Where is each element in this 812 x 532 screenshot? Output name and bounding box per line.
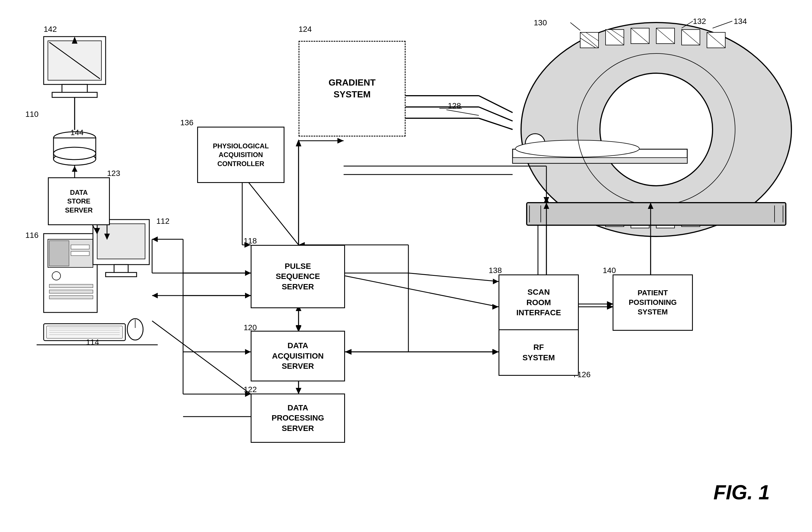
svg-line-56 bbox=[242, 175, 299, 245]
svg-marker-137 bbox=[337, 138, 344, 144]
svg-line-129 bbox=[408, 273, 498, 281]
svg-point-8 bbox=[54, 147, 96, 160]
svg-rect-9 bbox=[44, 234, 97, 312]
ref-134: 134 bbox=[734, 17, 747, 26]
ref-144: 144 bbox=[70, 128, 84, 137]
svg-marker-121 bbox=[245, 349, 251, 355]
svg-rect-88 bbox=[682, 30, 700, 45]
ref-138: 138 bbox=[489, 266, 502, 275]
svg-marker-119 bbox=[245, 270, 251, 276]
svg-marker-68 bbox=[648, 210, 653, 217]
svg-rect-10 bbox=[48, 239, 93, 267]
ref-136: 136 bbox=[180, 118, 193, 127]
svg-rect-12 bbox=[71, 245, 89, 249]
svg-line-109 bbox=[713, 21, 732, 28]
data-processing-server-box: DATAPROCESSINGSERVER bbox=[251, 394, 345, 443]
svg-rect-84 bbox=[631, 28, 649, 44]
svg-rect-81 bbox=[606, 30, 624, 45]
svg-marker-40 bbox=[245, 293, 251, 298]
svg-line-42 bbox=[152, 321, 251, 394]
data-acquisition-server-label: DATAACQUISITIONSERVER bbox=[272, 341, 324, 371]
pulse-sequence-server-box: PULSESEQUENCESERVER bbox=[251, 245, 345, 308]
connections-svg bbox=[0, 0, 812, 532]
svg-point-28 bbox=[127, 319, 143, 340]
svg-rect-86 bbox=[656, 28, 675, 44]
svg-rect-90 bbox=[707, 32, 725, 48]
svg-rect-96 bbox=[631, 212, 649, 228]
svg-marker-111 bbox=[95, 228, 100, 234]
ref-140: 140 bbox=[603, 266, 616, 275]
svg-marker-63 bbox=[492, 349, 498, 355]
svg-line-107 bbox=[570, 23, 580, 30]
svg-point-14 bbox=[52, 272, 60, 280]
rf-system-box: RFSYSTEM bbox=[498, 329, 579, 376]
svg-marker-130 bbox=[493, 279, 498, 284]
ref-132: 132 bbox=[693, 17, 706, 26]
svg-line-166 bbox=[446, 110, 479, 115]
svg-point-7 bbox=[54, 153, 96, 165]
svg-line-54 bbox=[479, 107, 512, 121]
svg-marker-34 bbox=[72, 166, 77, 172]
diagram-container: GRADIENTSYSTEM DATASTORESERVER PULSESEQU… bbox=[0, 0, 812, 532]
gradient-system-box: GRADIENTSYSTEM bbox=[299, 41, 406, 136]
svg-marker-155 bbox=[296, 388, 301, 394]
figure-label: FIG. 1 bbox=[713, 481, 770, 504]
svg-line-83 bbox=[611, 30, 624, 38]
ref-120: 120 bbox=[244, 323, 257, 332]
svg-rect-18 bbox=[93, 220, 149, 265]
svg-marker-61 bbox=[492, 304, 498, 310]
svg-rect-20 bbox=[114, 265, 128, 273]
svg-line-80 bbox=[580, 38, 596, 48]
patient-positioning-system-label: PATIENTPOSITIONINGSYSTEM bbox=[629, 288, 677, 317]
svg-rect-17 bbox=[49, 296, 93, 299]
ref-118: 118 bbox=[244, 236, 257, 246]
svg-rect-0 bbox=[44, 36, 106, 85]
svg-rect-74 bbox=[512, 158, 687, 163]
svg-marker-134 bbox=[345, 349, 351, 355]
svg-marker-41 bbox=[152, 293, 158, 298]
svg-rect-4 bbox=[52, 92, 97, 98]
scan-room-interface-box: SCANROOMINTERFACE bbox=[498, 275, 579, 331]
svg-line-93 bbox=[580, 210, 598, 225]
svg-rect-15 bbox=[49, 284, 93, 288]
gradient-system-label: GRADIENTSYSTEM bbox=[329, 77, 375, 100]
data-store-server-box: DATASTORESERVER bbox=[48, 177, 110, 225]
svg-line-108 bbox=[682, 21, 693, 28]
ref-110: 110 bbox=[25, 110, 39, 119]
svg-rect-95 bbox=[606, 211, 624, 226]
svg-line-79 bbox=[586, 32, 598, 41]
svg-marker-64 bbox=[345, 349, 351, 355]
ref-124: 124 bbox=[299, 25, 312, 34]
svg-marker-148 bbox=[648, 203, 653, 209]
svg-rect-22 bbox=[44, 324, 125, 341]
svg-rect-73 bbox=[512, 149, 687, 163]
svg-line-53 bbox=[479, 96, 512, 113]
svg-rect-98 bbox=[682, 211, 700, 226]
svg-marker-47 bbox=[296, 388, 301, 394]
data-acquisition-server-box: DATAACQUISITIONSERVER bbox=[251, 331, 345, 381]
ref-142: 142 bbox=[44, 25, 57, 34]
svg-marker-49 bbox=[296, 139, 301, 146]
svg-marker-38 bbox=[245, 270, 251, 276]
svg-point-72 bbox=[600, 73, 713, 186]
svg-marker-150 bbox=[543, 203, 549, 209]
svg-marker-133 bbox=[493, 349, 498, 355]
svg-line-55 bbox=[479, 118, 512, 130]
svg-rect-6 bbox=[54, 138, 96, 159]
svg-rect-92 bbox=[580, 210, 598, 225]
ref-130: 130 bbox=[534, 18, 547, 27]
svg-rect-16 bbox=[49, 290, 93, 293]
svg-marker-120 bbox=[245, 293, 251, 298]
rf-system-label: RFSYSTEM bbox=[522, 342, 555, 363]
physiological-acquisition-controller-box: PHYSIOLOGICALACQUISITIONCONTROLLER bbox=[197, 127, 285, 183]
ref-128: 128 bbox=[448, 101, 461, 110]
ref-116: 116 bbox=[25, 231, 39, 240]
ref-114: 114 bbox=[86, 338, 99, 347]
svg-line-91 bbox=[707, 32, 725, 48]
ref-123: 123 bbox=[107, 169, 120, 178]
svg-marker-157 bbox=[104, 234, 110, 240]
svg-line-60 bbox=[345, 276, 498, 307]
svg-line-85 bbox=[631, 28, 649, 44]
svg-line-78 bbox=[580, 32, 598, 48]
svg-marker-123 bbox=[152, 236, 158, 242]
